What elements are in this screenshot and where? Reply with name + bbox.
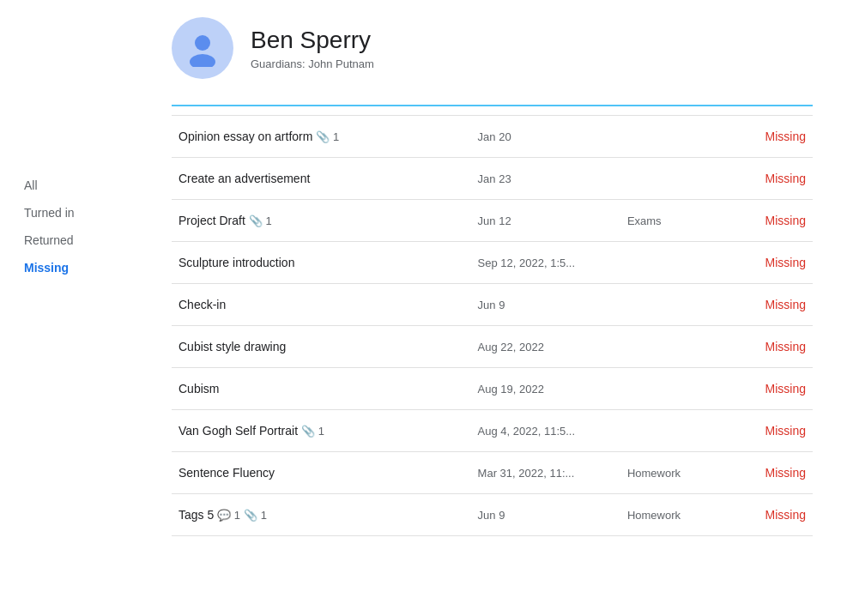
profile-info: Ben Sperry Guardians: John Putnam: [251, 27, 374, 70]
assignment-status: Missing: [727, 452, 813, 494]
table-row[interactable]: Sculpture introductionSep 12, 2022, 1:5.…: [172, 242, 813, 284]
assignment-status: Missing: [727, 116, 813, 158]
app-layout: AllTurned inReturnedMissing Ben Sperry G…: [0, 0, 847, 616]
assignment-date: Jun 9: [471, 284, 620, 326]
assignments-table: Opinion essay on artform📎 1Jan 20Missing…: [172, 115, 813, 536]
assignment-name: Cubist style drawing: [172, 326, 471, 368]
attachment-icon: 📎 1: [249, 214, 272, 227]
table-row[interactable]: CubismAug 19, 2022Missing: [172, 368, 813, 410]
assignment-date: Jan 20: [471, 116, 620, 158]
sidebar-nav: AllTurned inReturnedMissing: [14, 172, 124, 281]
svg-point-0: [195, 35, 210, 51]
assignment-date: Aug 22, 2022: [471, 326, 620, 368]
table-row[interactable]: Van Gogh Self Portrait📎 1Aug 4, 2022, 11…: [172, 410, 813, 452]
assignment-date: Mar 31, 2022, 11:...: [471, 452, 620, 494]
sidebar-item-returned[interactable]: Returned: [14, 226, 124, 254]
assignment-category: Homework: [620, 452, 728, 494]
assignment-status: Missing: [727, 242, 813, 284]
divider: [172, 105, 813, 106]
main-content: Ben Sperry Guardians: John Putnam Opinio…: [137, 0, 847, 616]
person-icon: [184, 29, 221, 67]
table-row[interactable]: Cubist style drawingAug 22, 2022Missing: [172, 326, 813, 368]
assignment-date: Jan 23: [471, 158, 620, 200]
attachment-icon: 📎 1: [301, 425, 324, 438]
table-row[interactable]: Tags 5💬 1📎 1Jun 9HomeworkMissing: [172, 494, 813, 536]
assignment-status: Missing: [727, 200, 813, 242]
student-name: Ben Sperry: [251, 27, 374, 54]
assignment-category: [620, 242, 728, 284]
assignment-category: [620, 410, 728, 452]
assignment-name: Check-in: [172, 284, 471, 326]
assignment-name: Cubism: [172, 368, 471, 410]
sidebar-item-missing[interactable]: Missing: [14, 254, 124, 281]
assignment-status: Missing: [727, 284, 813, 326]
sidebar: AllTurned inReturnedMissing: [0, 0, 137, 616]
assignment-date: Aug 4, 2022, 11:5...: [471, 410, 620, 452]
attachment-icon: 📎 1: [316, 130, 339, 143]
assignment-name: Sentence Fluency: [172, 452, 471, 494]
assignment-status: Missing: [727, 368, 813, 410]
assignment-name: Sculpture introduction: [172, 242, 471, 284]
assignment-status: Missing: [727, 326, 813, 368]
assignment-category: [620, 326, 728, 368]
svg-point-1: [190, 54, 215, 67]
assignment-date: Sep 12, 2022, 1:5...: [471, 242, 620, 284]
table-row[interactable]: Create an advertisementJan 23Missing: [172, 158, 813, 200]
table-row[interactable]: Sentence FluencyMar 31, 2022, 11:...Home…: [172, 452, 813, 494]
table-row[interactable]: Project Draft📎 1Jun 12ExamsMissing: [172, 200, 813, 242]
attachment-icon: 📎 1: [244, 509, 267, 522]
guardians-label: Guardians: John Putnam: [251, 57, 374, 70]
assignment-category: [620, 284, 728, 326]
table-row[interactable]: Opinion essay on artform📎 1Jan 20Missing: [172, 116, 813, 158]
assignment-name: Project Draft📎 1: [172, 200, 471, 242]
assignment-category: Homework: [620, 494, 728, 536]
assignment-category: Exams: [620, 200, 728, 242]
assignment-status: Missing: [727, 158, 813, 200]
avatar: [172, 17, 233, 79]
profile-section: Ben Sperry Guardians: John Putnam: [172, 17, 813, 96]
assignment-date: Jun 12: [471, 200, 620, 242]
sidebar-item-turned-in[interactable]: Turned in: [14, 199, 124, 226]
assignment-status: Missing: [727, 494, 813, 536]
assignment-name: Create an advertisement: [172, 158, 471, 200]
table-row[interactable]: Check-inJun 9Missing: [172, 284, 813, 326]
assignment-category: [620, 158, 728, 200]
comment-icon: 💬 1: [217, 509, 240, 522]
assignment-category: [620, 368, 728, 410]
assignment-name: Opinion essay on artform📎 1: [172, 116, 471, 158]
assignment-name: Tags 5💬 1📎 1: [172, 494, 471, 536]
sidebar-item-all[interactable]: All: [14, 172, 124, 199]
assignment-name: Van Gogh Self Portrait📎 1: [172, 410, 471, 452]
assignment-date: Jun 9: [471, 494, 620, 536]
assignment-status: Missing: [727, 410, 813, 452]
assignment-date: Aug 19, 2022: [471, 368, 620, 410]
assignment-category: [620, 116, 728, 158]
